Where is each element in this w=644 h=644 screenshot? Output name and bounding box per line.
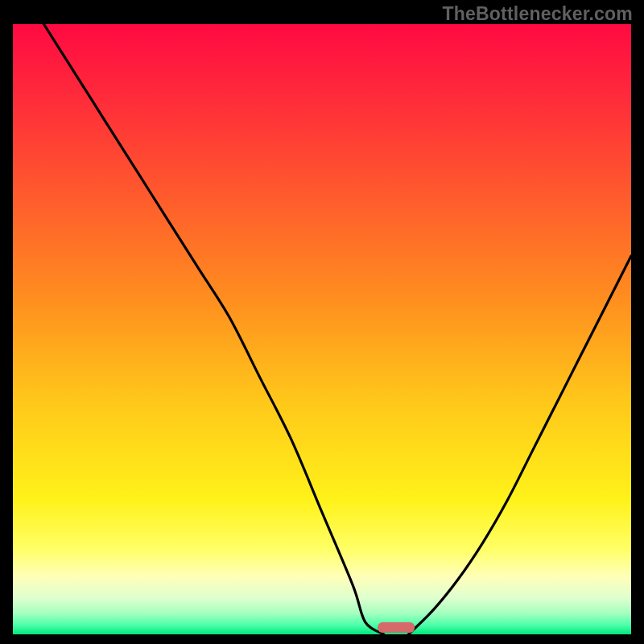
watermark-text: TheBottlenecker.com (443, 3, 633, 25)
optimal-marker (378, 622, 415, 633)
plot-area (13, 24, 631, 634)
bottleneck-chart (13, 24, 631, 634)
chart-frame: TheBottlenecker.com (0, 0, 644, 644)
gradient-background (13, 24, 631, 634)
